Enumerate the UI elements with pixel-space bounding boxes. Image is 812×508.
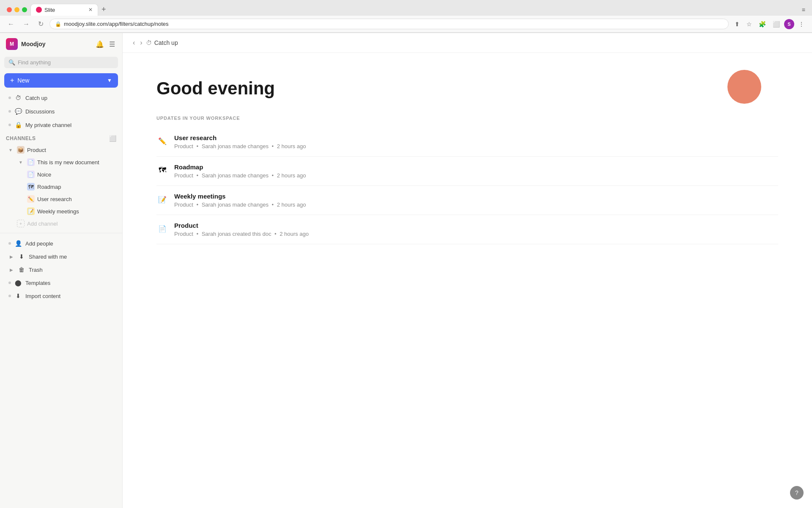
trash-expand-icon: ▶: [8, 267, 14, 273]
update-action-1: Sarah jonas made changes: [202, 172, 269, 179]
nav-dot: [8, 242, 11, 245]
window-close-btn[interactable]: [7, 7, 12, 12]
forward-btn[interactable]: →: [20, 19, 32, 30]
update-meta-0: Product • Sarah jonas made changes • 2 h…: [174, 143, 778, 149]
update-icon-3: 📄: [156, 223, 168, 235]
user-research-icon: ✏️: [27, 195, 35, 203]
update-item-2: 📝 Weekly meetings Product • Sarah jonas …: [156, 186, 778, 215]
doc-roadmap[interactable]: 🗺 Roadmap: [3, 181, 120, 193]
collapse-sidebar-btn[interactable]: ☰: [108, 39, 116, 50]
update-channel-0: Product: [174, 143, 193, 149]
breadcrumb-back-btn[interactable]: ‹: [131, 37, 137, 48]
update-icon-0: ✏️: [156, 135, 168, 147]
update-item-0: ✏️ User research Product • Sarah jonas m…: [156, 127, 778, 157]
address-bar[interactable]: 🔒 moodjoy.slite.com/app/filters/catchup/…: [49, 19, 729, 29]
doc-noice[interactable]: 📄 Noice: [3, 168, 120, 180]
notifications-btn[interactable]: 🔔: [94, 39, 105, 50]
doc-new-document[interactable]: ▼ 📄 This is my new document: [3, 156, 120, 168]
back-btn[interactable]: ←: [5, 19, 17, 30]
doc-user-research[interactable]: ✏️ User research: [3, 193, 120, 205]
templates-label: Templates: [25, 280, 114, 286]
nav-import-content[interactable]: ⬇ Import content: [3, 290, 120, 302]
main-content: Good evening UPDATES IN YOUR WORKSPACE ✏…: [123, 53, 812, 508]
breadcrumb-forward-btn[interactable]: ›: [138, 37, 144, 48]
discussions-label: Discussions: [25, 108, 102, 115]
add-channel-icon: +: [17, 220, 25, 227]
nav-item-private-channel[interactable]: 🔒 My private channel: [3, 119, 120, 131]
update-channel-1: Product: [174, 172, 193, 179]
update-channel-3: Product: [174, 231, 193, 237]
greeting-heading: Good evening: [156, 78, 778, 99]
tab-close-btn[interactable]: ✕: [88, 7, 93, 13]
update-icon-1: 🗺: [156, 164, 168, 176]
nav-trash[interactable]: ▶ 🗑 Trash: [3, 263, 120, 276]
update-time-2: 2 hours ago: [277, 202, 306, 208]
private-channel-icon: 🔒: [14, 121, 22, 129]
update-title-1[interactable]: Roadmap: [174, 163, 778, 171]
update-action-0: Sarah jonas made changes: [202, 143, 269, 149]
sidebar-btn[interactable]: ⬜: [770, 19, 782, 29]
update-body-0: User research Product • Sarah jonas made…: [174, 134, 778, 149]
browser-chrome: Slite ✕ + ≡ ← → ↻ 🔒 moodjoy.slite.com/ap…: [0, 0, 812, 33]
update-body-3: Product Product • Sarah jonas created th…: [174, 222, 778, 237]
add-channel-item[interactable]: + Add channel: [3, 218, 120, 229]
update-title-0[interactable]: User research: [174, 134, 778, 141]
channels-add-btn[interactable]: ⬜: [109, 135, 116, 142]
search-icon: 🔍: [8, 59, 15, 66]
nav-item-discussions[interactable]: 💬 Discussions +: [3, 105, 120, 118]
update-meta-2: Product • Sarah jonas made changes • 2 h…: [174, 202, 778, 208]
trash-label: Trash: [29, 267, 114, 273]
shared-expand-icon: ▶: [8, 254, 14, 260]
channels-section: Channels ⬜: [0, 132, 122, 144]
doc-icon: 📄: [27, 158, 35, 166]
extensions-btn[interactable]: 🧩: [756, 19, 768, 29]
update-action-2: Sarah jonas made changes: [202, 202, 269, 208]
window-maximize-btn[interactable]: [22, 7, 27, 12]
product-channel-icon: 📦: [17, 146, 25, 154]
channels-header-label: Channels: [6, 135, 109, 141]
nav-shared-with-me[interactable]: ▶ ⬇ Shared with me: [3, 250, 120, 263]
update-time-0: 2 hours ago: [277, 143, 306, 149]
nav-add-people[interactable]: 👤 Add people: [3, 237, 120, 250]
shared-label: Shared with me: [29, 254, 114, 260]
new-tab-btn[interactable]: +: [98, 3, 110, 16]
doc-weekly-meetings[interactable]: 📝 Weekly meetings: [3, 205, 120, 217]
browser-toolbar: ← → ↻ 🔒 moodjoy.slite.com/app/filters/ca…: [0, 16, 812, 33]
discussions-add-btn[interactable]: +: [105, 107, 114, 116]
catchup-icon: ⏱: [14, 94, 22, 102]
nav-item-catchup[interactable]: ⏱ Catch up: [3, 91, 120, 104]
nav-templates[interactable]: ⬤ Templates: [3, 276, 120, 289]
search-placeholder: Find anything: [18, 59, 51, 66]
profile-avatar[interactable]: S: [784, 19, 794, 29]
add-channel-label: Add channel: [27, 221, 114, 227]
sidebar-navigation: ⏱ Catch up 💬 Discussions + 🔒 My private …: [0, 91, 122, 508]
catchup-label: Catch up: [25, 95, 114, 101]
main-panel: ‹ › ⏱ Catch up Good evening UPDATES IN Y…: [123, 33, 812, 508]
decoration-blob: [727, 70, 761, 104]
update-item-1: 🗺 Roadmap Product • Sarah jonas made cha…: [156, 157, 778, 186]
bookmark-btn[interactable]: ☆: [744, 19, 754, 29]
new-button[interactable]: + New ▼: [4, 73, 118, 88]
window-minimize-btn[interactable]: [14, 7, 19, 12]
new-btn-label: New: [17, 77, 107, 84]
roadmap-icon: 🗺: [27, 183, 35, 190]
update-time-1: 2 hours ago: [277, 172, 306, 179]
doc-expand-icon: ▼: [19, 160, 25, 165]
browser-tab[interactable]: Slite ✕: [30, 4, 98, 16]
update-item-3: 📄 Product Product • Sarah jonas created …: [156, 215, 778, 244]
help-btn[interactable]: ?: [790, 486, 804, 500]
nav-dot: [8, 295, 11, 297]
menu-btn[interactable]: ⋮: [796, 19, 807, 29]
security-icon: 🔒: [55, 21, 61, 27]
update-title-3[interactable]: Product: [174, 222, 778, 229]
share-btn[interactable]: ⬆: [732, 19, 742, 29]
update-icon-2: 📝: [156, 193, 168, 205]
import-icon: ⬇: [14, 292, 22, 300]
bottom-nav: 👤 Add people ▶ ⬇ Shared with me ▶ 🗑 Tras…: [0, 233, 122, 302]
update-title-2[interactable]: Weekly meetings: [174, 193, 778, 200]
updates-section: UPDATES IN YOUR WORKSPACE ✏️ User resear…: [156, 116, 778, 244]
search-bar[interactable]: 🔍 Find anything: [4, 57, 118, 68]
refresh-btn[interactable]: ↻: [36, 18, 46, 30]
channel-product[interactable]: ▼ 📦 Product: [3, 144, 120, 156]
product-channel-label: Product: [27, 147, 114, 153]
